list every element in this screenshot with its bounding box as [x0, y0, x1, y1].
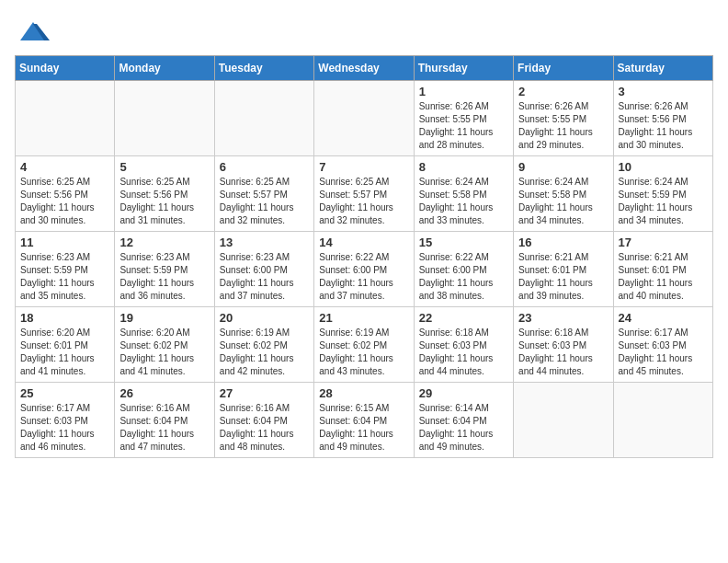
day-info: Sunrise: 6:16 AM Sunset: 6:04 PM Dayligh…: [220, 402, 309, 454]
calendar-cell: [16, 81, 115, 156]
day-number: 12: [119, 236, 209, 249]
day-info: Sunrise: 6:19 AM Sunset: 6:02 PM Dayligh…: [319, 327, 408, 378]
calendar-cell: 9Sunrise: 6:24 AM Sunset: 5:58 PM Daylig…: [514, 156, 613, 232]
day-info: Sunrise: 6:20 AM Sunset: 6:01 PM Dayligh…: [20, 327, 109, 378]
day-info: Sunrise: 6:18 AM Sunset: 6:03 PM Dayligh…: [419, 327, 508, 378]
day-number: 6: [220, 160, 309, 174]
calendar-cell: 2Sunrise: 6:26 AM Sunset: 5:55 PM Daylig…: [514, 81, 613, 156]
day-info: Sunrise: 6:24 AM Sunset: 5:58 PM Dayligh…: [518, 176, 608, 227]
day-number: 19: [119, 311, 209, 325]
calendar-cell: 10Sunrise: 6:24 AM Sunset: 5:59 PM Dayli…: [613, 156, 712, 232]
day-info: Sunrise: 6:21 AM Sunset: 6:01 PM Dayligh…: [619, 251, 708, 303]
day-number: 13: [220, 236, 309, 249]
calendar-cell: 20Sunrise: 6:19 AM Sunset: 6:02 PM Dayli…: [214, 307, 313, 383]
calendar-week-4: 18Sunrise: 6:20 AM Sunset: 6:01 PM Dayli…: [16, 307, 713, 383]
calendar-cell: 29Sunrise: 6:14 AM Sunset: 6:04 PM Dayli…: [414, 383, 513, 458]
calendar-cell: 28Sunrise: 6:15 AM Sunset: 6:04 PM Dayli…: [314, 383, 414, 458]
day-number: 4: [20, 160, 109, 174]
dow-header-wednesday: Wednesday: [314, 56, 414, 81]
day-info: Sunrise: 6:23 AM Sunset: 6:00 PM Dayligh…: [220, 251, 309, 303]
calendar-cell: 19Sunrise: 6:20 AM Sunset: 6:02 PM Dayli…: [115, 307, 214, 383]
calendar-cell: 24Sunrise: 6:17 AM Sunset: 6:03 PM Dayli…: [613, 307, 712, 383]
day-number: 24: [619, 311, 708, 325]
calendar-week-3: 11Sunrise: 6:23 AM Sunset: 5:59 PM Dayli…: [16, 232, 713, 307]
day-number: 14: [319, 236, 408, 249]
day-number: 25: [20, 386, 109, 400]
day-info: Sunrise: 6:17 AM Sunset: 6:03 PM Dayligh…: [619, 327, 708, 378]
day-number: 15: [419, 236, 508, 249]
day-info: Sunrise: 6:23 AM Sunset: 5:59 PM Dayligh…: [20, 251, 109, 303]
day-number: 11: [20, 236, 109, 249]
day-number: 16: [518, 236, 608, 249]
day-info: Sunrise: 6:25 AM Sunset: 5:57 PM Dayligh…: [319, 176, 408, 227]
logo-icon: [17, 15, 50, 48]
day-info: Sunrise: 6:25 AM Sunset: 5:56 PM Dayligh…: [119, 176, 209, 227]
dow-header-friday: Friday: [514, 56, 613, 81]
calendar-cell: [214, 81, 313, 156]
day-number: 28: [319, 386, 408, 400]
day-number: 27: [220, 386, 309, 400]
day-number: 7: [319, 160, 408, 174]
dow-header-saturday: Saturday: [613, 56, 712, 81]
page-header: [15, 15, 713, 48]
calendar-cell: 11Sunrise: 6:23 AM Sunset: 5:59 PM Dayli…: [16, 232, 115, 307]
calendar-cell: 14Sunrise: 6:22 AM Sunset: 6:00 PM Dayli…: [314, 232, 414, 307]
calendar-cell: 27Sunrise: 6:16 AM Sunset: 6:04 PM Dayli…: [214, 383, 313, 458]
day-info: Sunrise: 6:18 AM Sunset: 6:03 PM Dayligh…: [518, 327, 608, 378]
day-info: Sunrise: 6:20 AM Sunset: 6:02 PM Dayligh…: [119, 327, 209, 378]
calendar-cell: 26Sunrise: 6:16 AM Sunset: 6:04 PM Dayli…: [115, 383, 214, 458]
day-info: Sunrise: 6:21 AM Sunset: 6:01 PM Dayligh…: [518, 251, 608, 303]
calendar-cell: 4Sunrise: 6:25 AM Sunset: 5:56 PM Daylig…: [16, 156, 115, 232]
day-number: 18: [20, 311, 109, 325]
day-number: 3: [619, 85, 708, 98]
day-number: 20: [220, 311, 309, 325]
day-info: Sunrise: 6:17 AM Sunset: 6:03 PM Dayligh…: [20, 402, 109, 454]
calendar-cell: 21Sunrise: 6:19 AM Sunset: 6:02 PM Dayli…: [314, 307, 414, 383]
calendar-cell: [514, 383, 613, 458]
day-number: 8: [419, 160, 508, 174]
calendar-cell: 6Sunrise: 6:25 AM Sunset: 5:57 PM Daylig…: [214, 156, 313, 232]
day-number: 29: [419, 386, 508, 400]
calendar-cell: 18Sunrise: 6:20 AM Sunset: 6:01 PM Dayli…: [16, 307, 115, 383]
dow-header-tuesday: Tuesday: [214, 56, 313, 81]
day-info: Sunrise: 6:22 AM Sunset: 6:00 PM Dayligh…: [319, 251, 408, 303]
calendar-cell: 1Sunrise: 6:26 AM Sunset: 5:55 PM Daylig…: [414, 81, 513, 156]
calendar-cell: 25Sunrise: 6:17 AM Sunset: 6:03 PM Dayli…: [16, 383, 115, 458]
calendar-cell: [115, 81, 214, 156]
day-info: Sunrise: 6:15 AM Sunset: 6:04 PM Dayligh…: [319, 402, 408, 454]
calendar-cell: [613, 383, 712, 458]
day-number: 22: [419, 311, 508, 325]
day-number: 23: [518, 311, 608, 325]
day-info: Sunrise: 6:26 AM Sunset: 5:55 PM Dayligh…: [419, 100, 508, 152]
calendar-cell: [314, 81, 414, 156]
dow-header-monday: Monday: [115, 56, 214, 81]
calendar-cell: 12Sunrise: 6:23 AM Sunset: 5:59 PM Dayli…: [115, 232, 214, 307]
calendar-cell: 16Sunrise: 6:21 AM Sunset: 6:01 PM Dayli…: [514, 232, 613, 307]
calendar-cell: 23Sunrise: 6:18 AM Sunset: 6:03 PM Dayli…: [514, 307, 613, 383]
calendar-cell: 15Sunrise: 6:22 AM Sunset: 6:00 PM Dayli…: [414, 232, 513, 307]
day-info: Sunrise: 6:22 AM Sunset: 6:00 PM Dayligh…: [419, 251, 508, 303]
day-number: 2: [518, 85, 608, 98]
calendar-week-1: 1Sunrise: 6:26 AM Sunset: 5:55 PM Daylig…: [16, 81, 713, 156]
day-info: Sunrise: 6:24 AM Sunset: 5:59 PM Dayligh…: [619, 176, 708, 227]
day-info: Sunrise: 6:25 AM Sunset: 5:56 PM Dayligh…: [20, 176, 109, 227]
dow-header-sunday: Sunday: [16, 56, 115, 81]
day-info: Sunrise: 6:23 AM Sunset: 5:59 PM Dayligh…: [119, 251, 209, 303]
calendar-cell: 3Sunrise: 6:26 AM Sunset: 5:56 PM Daylig…: [613, 81, 712, 156]
calendar-cell: 5Sunrise: 6:25 AM Sunset: 5:56 PM Daylig…: [115, 156, 214, 232]
day-number: 9: [518, 160, 608, 174]
calendar-cell: 13Sunrise: 6:23 AM Sunset: 6:00 PM Dayli…: [214, 232, 313, 307]
day-info: Sunrise: 6:16 AM Sunset: 6:04 PM Dayligh…: [119, 402, 209, 454]
day-number: 17: [619, 236, 708, 249]
calendar-cell: 22Sunrise: 6:18 AM Sunset: 6:03 PM Dayli…: [414, 307, 513, 383]
day-info: Sunrise: 6:26 AM Sunset: 5:55 PM Dayligh…: [518, 100, 608, 152]
logo: [15, 15, 50, 48]
day-info: Sunrise: 6:24 AM Sunset: 5:58 PM Dayligh…: [419, 176, 508, 227]
calendar-week-5: 25Sunrise: 6:17 AM Sunset: 6:03 PM Dayli…: [16, 383, 713, 458]
day-info: Sunrise: 6:25 AM Sunset: 5:57 PM Dayligh…: [220, 176, 309, 227]
calendar-week-2: 4Sunrise: 6:25 AM Sunset: 5:56 PM Daylig…: [16, 156, 713, 232]
calendar-cell: 17Sunrise: 6:21 AM Sunset: 6:01 PM Dayli…: [613, 232, 712, 307]
day-number: 5: [119, 160, 209, 174]
day-info: Sunrise: 6:14 AM Sunset: 6:04 PM Dayligh…: [419, 402, 508, 454]
calendar-cell: 8Sunrise: 6:24 AM Sunset: 5:58 PM Daylig…: [414, 156, 513, 232]
